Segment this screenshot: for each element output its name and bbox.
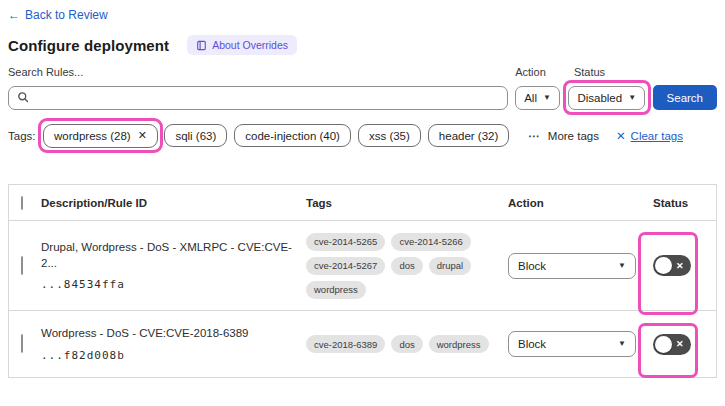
action-select-value: Block bbox=[518, 260, 546, 272]
rule-tag: cve-2018-6389 bbox=[306, 335, 385, 353]
toggle-x-icon: ✕ bbox=[676, 339, 684, 349]
search-icon bbox=[17, 89, 29, 107]
close-icon: ✕ bbox=[616, 129, 626, 143]
rules-table: Description/Rule ID Tags Action Status D… bbox=[8, 184, 717, 378]
rule-tag: wordpress bbox=[306, 281, 366, 299]
table-row: Drupal, Wordpress - DoS - XMLRPC - CVE:C… bbox=[9, 221, 716, 311]
rule-status-cell: ✕ bbox=[644, 334, 716, 355]
tag-chip-label: header (32) bbox=[439, 130, 498, 142]
toggle-knob bbox=[655, 257, 672, 274]
toggle-knob bbox=[655, 336, 672, 353]
rule-tag: cve-2014-5265 bbox=[306, 233, 385, 251]
clear-tags-button[interactable]: ✕ Clear tags bbox=[616, 129, 683, 143]
select-all-checkbox[interactable] bbox=[21, 196, 23, 210]
back-to-review-link[interactable]: ← Back to Review bbox=[8, 8, 108, 22]
rule-tag: dos bbox=[391, 257, 422, 275]
chevron-down-icon: ▼ bbox=[543, 94, 551, 102]
column-header-tags: Tags bbox=[306, 197, 504, 209]
more-tags-button[interactable]: ⋯ More tags bbox=[528, 129, 599, 143]
rule-id: ...84534ffa bbox=[41, 278, 306, 291]
rule-description: Drupal, Wordpress - DoS - XMLRPC - CVE:C… bbox=[41, 240, 306, 271]
filter-row: Search Rules... Action All ▼ Status bbox=[8, 66, 717, 115]
rule-status-cell: ✕ bbox=[644, 255, 716, 276]
rule-description: Wordpress - DoS - CVE:CVE-2018-6389 bbox=[41, 326, 306, 342]
rule-description-cell: Wordpress - DoS - CVE:CVE-2018-6389 ...f… bbox=[41, 326, 306, 362]
clear-tags-label: Clear tags bbox=[631, 130, 683, 142]
rule-tag: drupal bbox=[429, 257, 471, 275]
rule-tags-cell: cve-2018-6389 dos wordpress bbox=[306, 335, 504, 353]
status-toggle-off[interactable]: ✕ bbox=[653, 255, 691, 276]
action-filter-value: All bbox=[524, 92, 537, 104]
tag-chip-wordpress[interactable]: wordpress (28) ✕ bbox=[43, 124, 158, 148]
action-filter-dropdown[interactable]: All ▼ bbox=[515, 86, 560, 110]
tag-chip-sqli[interactable]: sqli (63) bbox=[164, 124, 227, 147]
title-row: Configure deployment About Overrides bbox=[8, 35, 717, 55]
chevron-down-icon: ▼ bbox=[618, 340, 626, 348]
rule-tag: cve-2014-5266 bbox=[391, 233, 470, 251]
ellipsis-icon: ⋯ bbox=[528, 129, 541, 143]
back-arrow-icon: ← bbox=[8, 8, 20, 22]
more-tags-label: More tags bbox=[548, 130, 599, 142]
wordpress-tag-highlight-box: wordpress (28) ✕ bbox=[38, 118, 164, 153]
book-icon bbox=[196, 40, 207, 51]
tag-chip-label: sqli (63) bbox=[175, 130, 216, 142]
column-header-action: Action bbox=[504, 197, 644, 209]
status-filter-label: Status bbox=[574, 66, 645, 78]
search-rules-input-wrap[interactable] bbox=[8, 86, 508, 110]
configure-deployment-page: ← Back to Review Configure deployment Ab… bbox=[0, 0, 725, 378]
tag-chip-header[interactable]: header (32) bbox=[428, 124, 509, 147]
status-filter-block: Status Disabled ▼ bbox=[569, 66, 645, 115]
tags-bar: Tags: wordpress (28) ✕ sqli (63) code-in… bbox=[8, 124, 717, 147]
action-filter-block: Action All ▼ bbox=[515, 66, 560, 110]
row-checkbox[interactable] bbox=[21, 256, 23, 275]
column-header-description: Description/Rule ID bbox=[41, 197, 306, 209]
status-filter-dropdown[interactable]: Disabled ▼ bbox=[568, 86, 645, 110]
search-rules-input[interactable] bbox=[35, 91, 499, 105]
status-filter-highlight-box: Disabled ▼ bbox=[563, 80, 651, 115]
about-overrides-badge[interactable]: About Overrides bbox=[187, 35, 297, 55]
rule-tag: wordpress bbox=[429, 335, 489, 353]
tag-chip-label: xss (35) bbox=[369, 130, 410, 142]
column-header-status: Status bbox=[644, 197, 716, 209]
rule-id: ...f82d008b bbox=[41, 349, 306, 362]
chevron-down-icon: ▼ bbox=[618, 262, 626, 270]
action-select[interactable]: Block ▼ bbox=[508, 331, 636, 357]
remove-tag-icon[interactable]: ✕ bbox=[138, 129, 147, 142]
tags-label: Tags: bbox=[8, 130, 36, 142]
search-button[interactable]: Search bbox=[653, 85, 717, 110]
tag-chip-code-injection[interactable]: code-injection (40) bbox=[234, 124, 351, 147]
back-link-label: Back to Review bbox=[25, 8, 108, 22]
search-block: Search Rules... bbox=[8, 66, 508, 110]
chevron-down-icon: ▼ bbox=[628, 94, 636, 102]
toggle-x-icon: ✕ bbox=[676, 261, 684, 271]
search-rules-label: Search Rules... bbox=[8, 66, 508, 78]
rule-tag: dos bbox=[391, 335, 422, 353]
table-row: Wordpress - DoS - CVE:CVE-2018-6389 ...f… bbox=[9, 311, 716, 377]
rule-tag: cve-2014-5267 bbox=[306, 257, 385, 275]
about-overrides-label: About Overrides bbox=[212, 39, 288, 51]
tag-chip-label: code-injection (40) bbox=[245, 130, 340, 142]
rule-tags-cell: cve-2014-5265 cve-2014-5266 cve-2014-526… bbox=[306, 233, 504, 299]
page-title: Configure deployment bbox=[8, 37, 169, 54]
rule-description-cell: Drupal, Wordpress - DoS - XMLRPC - CVE:C… bbox=[41, 240, 306, 291]
tag-chip-label: wordpress (28) bbox=[54, 130, 131, 142]
tag-chip-xss[interactable]: xss (35) bbox=[358, 124, 421, 147]
action-filter-label: Action bbox=[515, 66, 560, 78]
status-filter-value: Disabled bbox=[577, 92, 622, 104]
status-toggle-off[interactable]: ✕ bbox=[653, 334, 691, 355]
action-select-value: Block bbox=[518, 338, 546, 350]
action-select[interactable]: Block ▼ bbox=[508, 253, 636, 279]
row-checkbox[interactable] bbox=[21, 334, 23, 353]
rule-action-cell: Block ▼ bbox=[504, 253, 644, 279]
rule-action-cell: Block ▼ bbox=[504, 331, 644, 357]
table-header-row: Description/Rule ID Tags Action Status bbox=[9, 185, 716, 221]
